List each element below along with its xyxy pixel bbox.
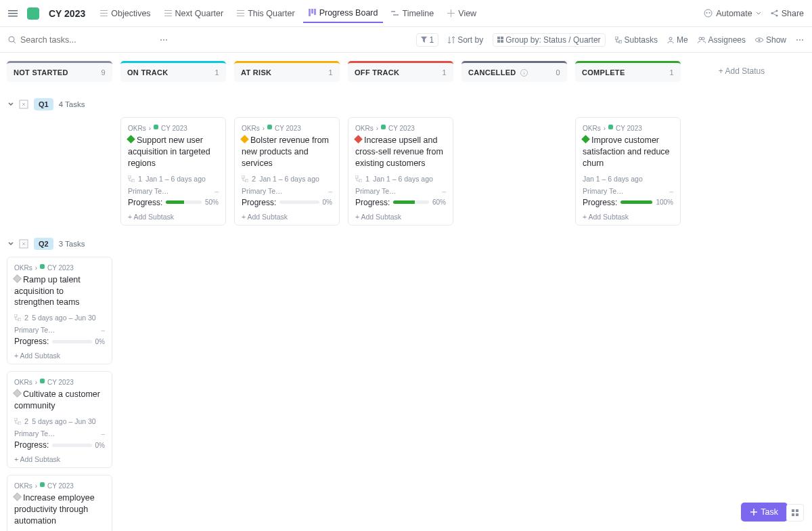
subtask-count: 2 — [24, 314, 28, 322]
list-icon — [164, 9, 172, 17]
svg-point-20 — [706, 12, 708, 14]
quick-menu-button[interactable] — [786, 504, 804, 522]
column-off-track[interactable]: OFF TRACK1 — [348, 61, 453, 82]
group-task-count: 3 Tasks — [59, 240, 85, 248]
add-status-button[interactable]: + Add Status — [689, 61, 794, 82]
group-caret-icon[interactable] — [8, 102, 14, 107]
column-complete[interactable]: COMPLETE1 — [575, 61, 681, 82]
svg-rect-12 — [309, 9, 311, 16]
subtasks-button[interactable]: Subtasks — [615, 35, 658, 45]
svg-rect-45 — [132, 179, 135, 182]
show-button[interactable]: Show — [755, 35, 786, 45]
group-task-count: 4 Tasks — [59, 100, 85, 108]
svg-rect-5 — [100, 16, 108, 16]
search-icon — [8, 36, 16, 44]
tab-timeline[interactable]: Timeline — [386, 4, 439, 23]
breadcrumb-space: CY 2023 — [161, 125, 187, 132]
task-card[interactable]: OKRs›CY 2023 Increase employee productiv… — [7, 475, 112, 531]
add-subtask-button[interactable]: + Add Subtask — [128, 210, 219, 221]
tab-add-view[interactable]: View — [442, 4, 482, 23]
group-by-button[interactable]: Group by: Status / Quarter — [493, 33, 605, 47]
share-button[interactable]: Share — [771, 9, 804, 18]
sidebar-toggle-icon[interactable] — [8, 9, 18, 18]
task-title: Increase upsell and cross-sell revenue f… — [355, 135, 446, 169]
svg-rect-29 — [497, 37, 500, 39]
svg-rect-53 — [14, 418, 17, 421]
add-subtask-button[interactable]: + Add Subtask — [14, 349, 105, 360]
add-subtask-button[interactable]: + Add Subtask — [14, 452, 105, 463]
task-card[interactable]: OKRs›CY 2023 Improve customer satisfacti… — [575, 117, 681, 226]
board-icon — [309, 9, 316, 16]
column-not-started[interactable]: NOT STARTED9 — [7, 61, 112, 82]
status-diamond-icon — [127, 135, 135, 144]
empty-value: – — [215, 187, 219, 195]
breadcrumb-root: OKRs — [14, 379, 32, 386]
group-caret-icon[interactable] — [8, 241, 14, 247]
svg-point-27 — [163, 39, 164, 41]
progress-percent: 0% — [95, 338, 105, 345]
task-card[interactable]: OKRs›CY 2023 Increase upsell and cross-s… — [348, 117, 453, 226]
share-icon — [771, 9, 778, 17]
svg-point-37 — [702, 37, 704, 40]
add-subtask-button[interactable]: + Add Subtask — [242, 210, 332, 221]
status-diamond-icon — [13, 492, 22, 501]
workspace-icon — [27, 7, 39, 20]
tab-this-quarter[interactable]: This Quarter — [231, 4, 300, 23]
column-on-track[interactable]: ON TRACK1 — [120, 61, 226, 82]
date-range: Jan 1 – 6 days ago — [583, 175, 643, 183]
assignees-button[interactable]: Assignees — [698, 35, 746, 45]
subtask-count: 1 — [138, 175, 142, 183]
breadcrumb-space: CY 2023 — [47, 482, 74, 490]
svg-rect-9 — [237, 10, 244, 11]
filter-count-pill[interactable]: 1 — [416, 33, 438, 47]
svg-rect-51 — [14, 314, 17, 317]
progress-percent: 50% — [205, 198, 219, 206]
more-icon[interactable] — [796, 36, 804, 44]
space-dot-icon — [381, 125, 386, 129]
primary-team-label: Primary Te… — [242, 187, 282, 195]
topbar: CY 2023 Objectives Next Quarter This Qua… — [0, 0, 812, 27]
tab-next-quarter[interactable]: Next Quarter — [159, 4, 229, 23]
task-card[interactable]: OKRs›CY 2023 Bolster revenue from new pr… — [234, 117, 340, 226]
breadcrumb-space: CY 2023 — [47, 264, 74, 272]
primary-team-label: Primary Te… — [14, 326, 55, 334]
svg-point-38 — [758, 39, 760, 41]
sort-by-button[interactable]: Sort by — [448, 35, 483, 45]
subtask-icon — [14, 418, 21, 425]
tab-label: Progress Board — [319, 8, 378, 18]
automate-button[interactable]: Automate — [704, 9, 761, 18]
task-card[interactable]: OKRs›CY 2023 Support new user acquisitio… — [120, 117, 226, 226]
column-cancelled[interactable]: CANCELLED0 — [461, 61, 567, 82]
column-at-risk[interactable]: AT RISK1 — [234, 61, 340, 82]
progress-label: Progress: — [355, 198, 390, 207]
plus-icon — [750, 509, 757, 515]
add-subtask-button[interactable]: + Add Subtask — [583, 210, 673, 221]
subtask-count: 1 — [365, 175, 369, 183]
status-columns: NOT STARTED9 ON TRACK1 AT RISK1 OFF TRAC… — [7, 61, 805, 86]
task-card[interactable]: OKRs›CY 2023 Cultivate a customer commun… — [7, 371, 112, 468]
breadcrumb-root: OKRs — [355, 125, 374, 132]
more-icon[interactable] — [160, 36, 168, 44]
add-subtask-button[interactable]: + Add Subtask — [355, 210, 446, 221]
sort-icon — [448, 37, 455, 43]
new-task-button[interactable]: Task — [741, 503, 788, 522]
tab-label: This Quarter — [248, 9, 294, 18]
me-button[interactable]: Me — [667, 35, 688, 45]
expand-icon[interactable] — [19, 100, 28, 109]
tab-progress-board[interactable]: Progress Board — [303, 4, 384, 23]
progress-bar — [52, 340, 91, 343]
svg-rect-46 — [242, 175, 244, 178]
search-input[interactable] — [20, 35, 156, 45]
tab-label: Objectives — [111, 9, 150, 18]
breadcrumb-root: OKRs — [128, 125, 146, 132]
task-card[interactable]: OKRs›CY 2023 Ramp up talent acquisition … — [7, 257, 112, 365]
progress-label: Progress: — [14, 440, 49, 450]
expand-icon[interactable] — [19, 239, 28, 249]
svg-rect-14 — [314, 9, 316, 15]
svg-rect-15 — [391, 11, 395, 12]
empty-value: – — [442, 187, 446, 195]
svg-rect-61 — [792, 513, 794, 516]
tab-objectives[interactable]: Objectives — [95, 4, 156, 23]
svg-rect-32 — [501, 40, 503, 43]
status-diamond-icon — [581, 135, 590, 144]
